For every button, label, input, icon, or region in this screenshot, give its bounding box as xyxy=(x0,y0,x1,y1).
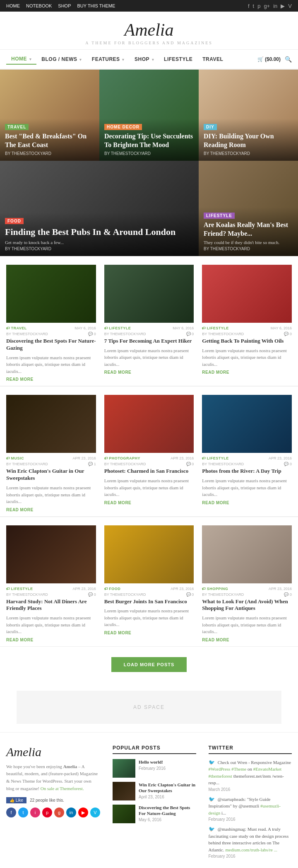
load-more-button[interactable]: LOAD MORE POSTS xyxy=(111,657,187,672)
article-author-bar-6: BY THEMESTOCKYARD 💬 0 xyxy=(202,462,292,466)
hero-category-4: FOOD xyxy=(5,218,24,224)
read-more-6[interactable]: READ MORE xyxy=(202,500,292,505)
article-excerpt-8: Lorem ipsum vulputate mauris nostra prae… xyxy=(104,607,194,628)
hero-overlay-1: TRAVEL Best "Bed & Breakfasts" On The Ea… xyxy=(0,118,99,161)
article-item-9[interactable]: SHOPPING APR 23, 2016 BY THEMESTOCKYARD … xyxy=(202,525,292,642)
tweet-2: 🐦 @startupheads: "Style Guide Inspiratio… xyxy=(209,796,292,822)
popular-post-3[interactable]: Discovering the Best Spots For Nature-Ga… xyxy=(113,805,196,823)
cart-icon[interactable]: 🛒 ($0.00) xyxy=(257,56,281,62)
read-more-8[interactable]: READ MORE xyxy=(104,631,194,635)
footer-facebook-icon[interactable]: f xyxy=(6,808,16,817)
article-author-5: BY THEMESTOCKYARD xyxy=(104,462,146,466)
youtube-icon[interactable]: ▶ xyxy=(281,3,285,9)
article-img-5 xyxy=(104,395,194,453)
article-item-1[interactable]: TRAVEL MAY 6, 2016 BY THEMESTOCKYARD 💬 0… xyxy=(6,265,96,382)
site-title[interactable]: Amelia xyxy=(0,20,298,40)
site-header: Amelia A THEME FOR BLOGGERS AND MAGAZINE… xyxy=(0,12,298,50)
nav-travel[interactable]: TRAVEL xyxy=(197,54,228,64)
footer-pinterest-icon[interactable]: p xyxy=(42,808,52,817)
footer-vimeo-icon[interactable]: V xyxy=(90,808,100,817)
article-comments-7: 💬 0 xyxy=(88,592,96,597)
article-comments-6: 💬 0 xyxy=(284,462,292,466)
article-title-6: Photos from the River: A Day Trip xyxy=(202,468,292,475)
article-author-bar-9: BY THEMESTOCKYARD 💬 0 xyxy=(202,592,292,597)
footer-twitter-icon[interactable]: t xyxy=(18,808,28,817)
article-excerpt-5: Lorem ipsum vulputate mauris nostra prae… xyxy=(104,477,194,498)
article-item-8[interactable]: FOOD APR 23, 2016 BY THEMESTOCKYARD 💬 0 … xyxy=(104,525,194,642)
article-date-7: APR 23, 2016 xyxy=(73,587,96,591)
topbar-shop[interactable]: SHOP xyxy=(58,3,71,8)
article-author-1: BY THEMESTOCKYARD xyxy=(6,332,48,336)
nav-features[interactable]: FEATURES ▾ xyxy=(87,54,130,64)
article-item-7[interactable]: LIFESTYLE APR 23, 2016 BY THEMESTOCKYARD… xyxy=(6,525,96,642)
read-more-1[interactable]: READ MORE xyxy=(6,377,96,382)
hero-category-5: LIFESTYLE xyxy=(204,213,235,219)
hero-item-5[interactable]: LIFESTYLE Are Koalas Really Man's Best F… xyxy=(199,161,298,256)
footer-logo[interactable]: Amelia xyxy=(6,745,100,759)
hero-title-5: Are Koalas Really Man's Best Friend? May… xyxy=(204,221,293,238)
hero-item-1[interactable]: TRAVEL Best "Bed & Breakfasts" On The Ea… xyxy=(0,70,99,161)
article-title-3: Getting Back To Painting With Oils xyxy=(202,338,292,345)
hero-item-4[interactable]: FOOD Finding the Best Pubs In & Around L… xyxy=(0,161,199,256)
topbar-home[interactable]: HOME xyxy=(6,3,20,8)
article-item-5[interactable]: PHOTOGRAPHY APR 23, 2016 BY THEMESTOCKYA… xyxy=(104,395,194,512)
article-item-4[interactable]: MUSIC APR 23, 2016 BY THEMESTOCKYARD 💬 1… xyxy=(6,395,96,512)
article-excerpt-3: Lorem ipsum vulputate mauris nostra prae… xyxy=(202,347,292,368)
instagram-icon[interactable]: in xyxy=(273,3,277,9)
popular-post-1[interactable]: Hello world! February 2016 xyxy=(113,759,196,778)
article-item-2[interactable]: LIFESTYLE MAY 6, 2016 BY THEMESTOCKYARD … xyxy=(104,265,194,382)
popular-post-title-2: Win Eric Clapton's Guitar in Our Sweepst… xyxy=(139,782,196,794)
article-date-6: APR 23, 2016 xyxy=(269,456,292,460)
read-more-2[interactable]: READ MORE xyxy=(104,370,194,375)
load-more-section: LOAD MORE POSTS xyxy=(0,647,298,682)
tweet-link-4[interactable]: medium.com/truth-labs/re ... xyxy=(225,847,277,852)
popular-post-2[interactable]: Win Eric Clapton's Guitar in Our Sweepst… xyxy=(113,782,196,800)
footer-linkedin-icon[interactable]: in xyxy=(66,808,76,817)
hero-title-4: Finding the Best Pubs In & Around London xyxy=(5,226,194,238)
themeforest-link[interactable]: On sale at Themeforest. xyxy=(41,786,84,791)
footer-youtube-icon[interactable]: ▶ xyxy=(78,808,88,817)
nav-lifestyle[interactable]: LIFESTYLE xyxy=(159,54,197,64)
hero-item-2[interactable]: HOME DECOR Decorating Tip: Use Succulent… xyxy=(99,70,199,161)
article-img-1 xyxy=(6,265,96,323)
twitter-title: TWITTER xyxy=(209,745,292,754)
topbar-nav: HOME NOTEBOOK SHOP BUY THIS THEME xyxy=(6,3,115,8)
read-more-7[interactable]: READ MORE xyxy=(6,638,96,642)
article-item-3[interactable]: LIFESTYLE MAY 6, 2016 BY THEMESTOCKYARD … xyxy=(202,265,292,382)
article-author-bar-4: BY THEMESTOCKYARD 💬 1 xyxy=(6,462,96,466)
twitter-icon[interactable]: t xyxy=(253,3,255,9)
footer-googleplus-icon[interactable]: g xyxy=(54,808,64,817)
googleplus-icon[interactable]: g+ xyxy=(264,3,270,9)
article-author-3: BY THEMESTOCKYARD xyxy=(202,332,244,336)
article-meta-1: TRAVEL MAY 6, 2016 xyxy=(6,326,96,330)
hero-byline-3: By themestockyard xyxy=(204,151,293,156)
ad-space: AD SPACE xyxy=(17,691,281,724)
search-icon[interactable]: 🔍 xyxy=(285,56,292,63)
article-author-bar-7: BY THEMESTOCKYARD 💬 0 xyxy=(6,592,96,597)
tweet-link-1[interactable]: #WordPress #Theme xyxy=(209,766,247,771)
read-more-5[interactable]: READ MORE xyxy=(104,500,194,505)
article-item-6[interactable]: LIFESTYLE APR 23, 2016 BY THEMESTOCKYARD… xyxy=(202,395,292,512)
article-row-3: LIFESTYLE APR 23, 2016 BY THEMESTOCKYARD… xyxy=(0,517,298,647)
nav-home[interactable]: HOME ▾ xyxy=(6,54,36,65)
footer-instagram-icon[interactable]: i xyxy=(30,808,40,817)
vimeo-icon[interactable]: V xyxy=(288,3,292,9)
topbar-buy[interactable]: BUY THIS THEME xyxy=(77,3,115,8)
tweet-link-3[interactable]: #usemuzli-design xyxy=(209,803,281,815)
article-img-9 xyxy=(202,525,292,583)
hero-byline-1: By themestockyard xyxy=(5,151,94,156)
tweet-date-3: February 2016 xyxy=(209,854,292,858)
read-more-9[interactable]: READ MORE xyxy=(202,638,292,642)
read-more-4[interactable]: READ MORE xyxy=(6,508,96,512)
article-excerpt-4: Lorem ipsum vulputate mauris nostra prae… xyxy=(6,484,96,505)
facebook-icon[interactable]: f xyxy=(248,3,250,9)
hero-item-3[interactable]: DIY DIY: Building Your Own Reading Room … xyxy=(199,70,298,161)
nav-shop[interactable]: SHOP ▾ xyxy=(130,54,159,64)
read-more-3[interactable]: READ MORE xyxy=(202,370,292,375)
topbar-notebook[interactable]: NOTEBOOK xyxy=(26,3,52,8)
pinterest-icon[interactable]: p xyxy=(257,3,260,9)
article-date-1: MAY 6, 2016 xyxy=(74,326,96,330)
like-button[interactable]: 👍 Like xyxy=(6,797,26,803)
footer-social-icons: f t i p g in ▶ V xyxy=(6,808,100,817)
nav-blog[interactable]: BLOG / NEWS ▾ xyxy=(36,54,87,64)
